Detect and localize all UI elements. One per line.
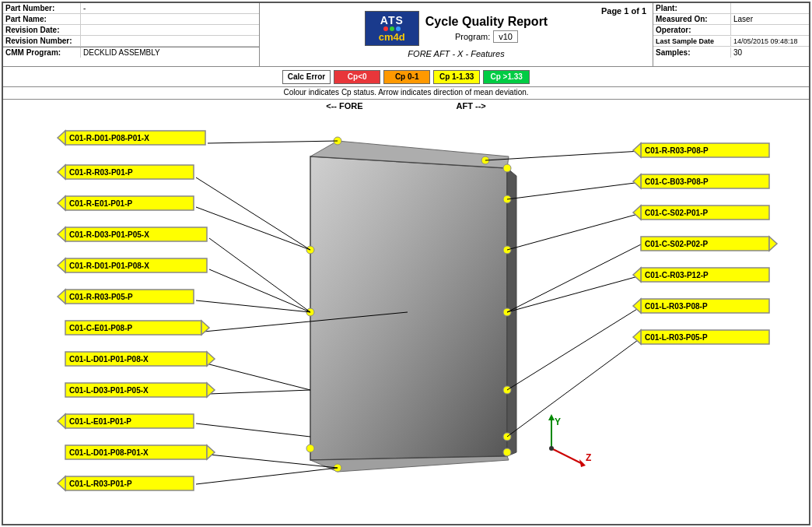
- line-r2: [507, 182, 641, 199]
- samples-field: Samples: 30: [653, 47, 809, 58]
- tag-right-5: C01-C-R03-P12-P: [633, 268, 769, 282]
- tag-left-10: C01-L-E01-P01-P: [58, 414, 194, 428]
- svg-text:C01-R-R03-P01-P: C01-R-R03-P01-P: [69, 168, 133, 177]
- logo: ATS cm4d: [365, 11, 419, 46]
- plant-value: [731, 8, 736, 9]
- program-value: v10: [493, 30, 518, 43]
- line-l4: [209, 238, 310, 312]
- svg-text:C01-C-S02-P01-P: C01-C-S02-P01-P: [645, 209, 708, 217]
- tag-left-4: C01-R-D03-P01-P05-X: [58, 227, 207, 241]
- tag-left-9: C01-L-D03-P01-P05-X: [65, 383, 215, 397]
- part-number-label: Part Number:: [3, 3, 81, 13]
- svg-text:Y: Y: [555, 416, 561, 427]
- svg-text:C01-C-E01-P08-P: C01-C-E01-P08-P: [69, 324, 132, 332]
- tag-right-1: C01-R-R03-P08-P: [633, 143, 769, 157]
- point-6: [503, 448, 511, 456]
- feature-text: FORE AFT - X - Features: [408, 49, 504, 58]
- legend-row: Calc Error Cp<0 Cp 0-1 Cp 1-1.33 Cp >1.3…: [3, 67, 809, 87]
- svg-marker-4: [579, 459, 586, 467]
- direction-fore: <-- FORE: [326, 101, 362, 112]
- svg-text:C01-R-R03-P08-P: C01-R-R03-P08-P: [645, 146, 709, 155]
- svg-text:C01-L-D03-P01-P05-X: C01-L-D03-P01-P05-X: [69, 386, 149, 395]
- revision-number-label: Revision Number:: [3, 36, 81, 46]
- measured-on-label: Measured On:: [653, 14, 731, 24]
- logo-cm4d-text: cm4d: [379, 31, 405, 43]
- part-name-field: Part Name:: [3, 14, 259, 25]
- svg-marker-23: [58, 290, 65, 304]
- tag-right-3: C01-C-S02-P01-P: [633, 206, 769, 220]
- svg-marker-29: [207, 352, 215, 366]
- header-right: Plant: Measured On: Laser Operator: Last…: [653, 3, 809, 66]
- cmm-program-value: DECKLID ASSEMBLY: [81, 47, 163, 58]
- tag-left-1: C01-R-D01-P08-P01-X: [58, 131, 205, 145]
- line-l1: [208, 141, 338, 143]
- program-row: Program: v10: [425, 30, 548, 43]
- svg-text:C01-C-B03-P08-P: C01-C-B03-P08-P: [645, 177, 709, 186]
- tag-left-8: C01-L-D01-P01-P08-X: [65, 352, 215, 366]
- svg-text:C01-L-E01-P01-P: C01-L-E01-P01-P: [69, 417, 131, 426]
- logo-area: ATS cm4d Cycle Quality Report Program: v…: [365, 11, 548, 46]
- revision-number-field: Revision Number:: [3, 36, 259, 47]
- svg-marker-26: [201, 321, 209, 335]
- svg-text:C01-L-D01-P01-P08-X: C01-L-D01-P01-P08-X: [69, 355, 149, 364]
- samples-label: Samples:: [653, 47, 731, 58]
- tag-left-11: C01-L-D01-P08-P01-X: [65, 445, 215, 459]
- svg-text:C01-L-R03-P08-P: C01-L-R03-P08-P: [645, 302, 708, 311]
- operator-field: Operator:: [653, 25, 809, 36]
- line-l10: [196, 423, 310, 437]
- tag-right-4: C01-C-S02-P02-P: [641, 237, 777, 251]
- svg-marker-53: [769, 237, 777, 251]
- tag-right-7: C01-L-R03-P05-P: [633, 330, 769, 344]
- line-l12: [196, 468, 338, 484]
- header: Part Number: - Part Name: Revision Date:…: [3, 3, 809, 67]
- svg-text:C01-R-R03-P05-P: C01-R-R03-P05-P: [69, 293, 133, 301]
- color-note: Colour indicates Cp status. Arrow indica…: [3, 87, 809, 100]
- part-number-value: -: [81, 3, 88, 13]
- part-name-label: Part Name:: [3, 14, 81, 24]
- tag-left-3: C01-R-E01-P01-P: [58, 196, 194, 210]
- legend-cp-gt133: Cp >1.33: [483, 70, 530, 84]
- legend-cp-1-133: Cp 1-1.33: [433, 70, 480, 84]
- svg-text:Z: Z: [586, 452, 591, 463]
- svg-marker-32: [207, 383, 215, 397]
- svg-marker-41: [58, 476, 65, 490]
- svg-marker-50: [633, 206, 641, 220]
- line-r3: [507, 213, 641, 250]
- title-area: Cycle Quality Report Program: v10: [425, 15, 548, 43]
- operator-label: Operator:: [653, 25, 731, 35]
- svg-text:C01-R-E01-P01-P: C01-R-E01-P01-P: [69, 199, 132, 208]
- line-l6: [196, 300, 310, 312]
- main-content: Y Z C01-R-D01-P08-P01-X C01-R-R03-P01-P: [3, 114, 809, 511]
- revision-date-value: [81, 30, 86, 31]
- tag-left-5: C01-R-D01-P01-P08-X: [58, 258, 207, 272]
- line-r6: [507, 307, 641, 390]
- part-name-value: [81, 19, 86, 20]
- plant-field: Plant:: [653, 3, 809, 14]
- cmm-program-label: CMM Program:: [3, 47, 81, 58]
- header-center: ATS cm4d Cycle Quality Report Program: v…: [260, 3, 653, 66]
- line-l8: [209, 364, 310, 390]
- svg-text:C01-C-S02-P02-P: C01-C-S02-P02-P: [645, 240, 708, 248]
- axes: Y Z: [548, 414, 591, 467]
- line-r1: [485, 151, 641, 160]
- svg-marker-1: [548, 414, 555, 420]
- measured-on-value: Laser: [731, 14, 755, 24]
- line-l9: [209, 390, 310, 394]
- svg-marker-38: [207, 445, 215, 459]
- svg-text:C01-L-R03-P01-P: C01-L-R03-P01-P: [69, 480, 132, 488]
- samples-value: 30: [731, 47, 744, 58]
- legend-cp-0-1: Cp 0-1: [383, 70, 430, 84]
- svg-marker-62: [633, 330, 641, 344]
- tag-right-2: C01-C-B03-P08-P: [633, 174, 769, 188]
- svg-marker-44: [633, 143, 641, 157]
- svg-text:C01-R-D03-P01-P05-X: C01-R-D03-P01-P05-X: [69, 230, 149, 239]
- svg-point-6: [549, 446, 554, 451]
- legend-calc-error: Calc Error: [282, 70, 331, 84]
- logo-ats-text: ATS: [380, 14, 404, 26]
- report-container: Part Number: - Part Name: Revision Date:…: [2, 2, 810, 525]
- svg-marker-17: [58, 227, 65, 241]
- tag-left-12: C01-L-R03-P01-P: [58, 476, 194, 490]
- line-r5: [507, 276, 641, 312]
- svg-marker-35: [58, 414, 65, 428]
- svg-text:C01-C-R03-P12-P: C01-C-R03-P12-P: [645, 271, 709, 279]
